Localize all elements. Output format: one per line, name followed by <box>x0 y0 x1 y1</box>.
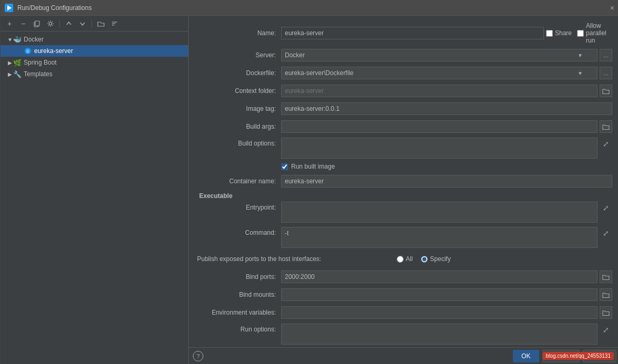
svg-point-4 <box>49 22 52 25</box>
share-checkbox[interactable] <box>546 30 553 37</box>
build-args-row: Build args: <box>197 120 612 133</box>
name-input[interactable] <box>281 27 544 39</box>
context-folder-browse-button[interactable] <box>600 85 612 97</box>
bind-mounts-field-wrapper <box>281 288 612 301</box>
allow-parallel-checkbox[interactable] <box>577 30 584 37</box>
remove-button[interactable]: − <box>17 18 29 29</box>
server-field-wrapper: Docker ▼ ... <box>281 49 612 61</box>
run-built-row: Run built image <box>281 163 612 170</box>
tree-templates-group[interactable]: ▶ 🔧 Templates <box>1 68 188 80</box>
entrypoint-row: Entrypoint: ⤢ <box>197 202 612 223</box>
command-row: Command: -t ⤢ <box>197 227 612 248</box>
command-expand-button[interactable]: ⤢ <box>600 227 612 240</box>
entrypoint-label: Entrypoint: <box>197 202 281 211</box>
run-built-image-label: Run built image <box>291 163 335 170</box>
server-select[interactable]: Docker <box>281 49 598 61</box>
context-folder-label: Context folder: <box>197 87 281 95</box>
dialog-wrapper: Run/Debug Configurations × + − <box>1 0 618 364</box>
tree-eureka-server[interactable]: D eureka-server <box>1 45 188 57</box>
container-name-input[interactable] <box>281 175 612 188</box>
bind-mounts-browse-button[interactable] <box>600 288 612 301</box>
run-options-expand-button[interactable]: ⤢ <box>600 324 612 336</box>
run-options-row: Run options: ⤢ <box>197 324 612 345</box>
dockerfile-select-wrapper: eureka-server\Dockerfile ▼ <box>281 67 598 79</box>
dockerfile-field-wrapper: eureka-server\Dockerfile ▼ ... <box>281 67 612 79</box>
run-options-field-wrapper: ⤢ <box>281 324 612 345</box>
entrypoint-textarea[interactable] <box>281 202 598 223</box>
down-icon <box>79 20 86 27</box>
ok-button[interactable]: OK <box>513 350 539 362</box>
up-button[interactable] <box>63 18 75 29</box>
tree-spring-boot-group[interactable]: ▶ 🌿 Spring Boot <box>1 57 188 68</box>
toolbar-separator-2 <box>91 19 92 28</box>
spring-arrow: ▶ <box>7 60 13 66</box>
image-tag-label: Image tag: <box>197 105 281 112</box>
close-button[interactable]: × <box>608 4 616 12</box>
dockerfile-select[interactable]: eureka-server\Dockerfile <box>281 67 598 79</box>
dockerfile-browse-button[interactable]: ... <box>600 67 612 79</box>
bind-ports-browse-button[interactable] <box>600 271 612 283</box>
entrypoint-expand-button[interactable]: ⤢ <box>600 202 612 214</box>
image-tag-input[interactable] <box>281 102 612 115</box>
env-vars-browse-button[interactable] <box>600 306 612 319</box>
entrypoint-field-wrapper: ⤢ <box>281 202 612 223</box>
name-row: Name: Share Allow parallel run <box>197 22 612 44</box>
bind-mounts-input[interactable] <box>281 288 598 301</box>
allow-parallel-checkbox-label[interactable]: Allow parallel run <box>577 22 612 44</box>
radio-all-label[interactable]: All <box>397 255 413 263</box>
right-panel: Name: Share Allow parallel run <box>189 16 618 364</box>
tree-docker-group[interactable]: ▼ 🐳 Docker <box>1 34 188 45</box>
server-browse-button[interactable]: ... <box>600 49 612 61</box>
left-panel: + − <box>1 16 189 364</box>
folder-button[interactable] <box>95 18 107 29</box>
config-button[interactable] <box>45 18 56 29</box>
image-tag-row: Image tag: <box>197 102 612 116</box>
container-name-label: Container name: <box>197 178 281 185</box>
run-options-textarea[interactable] <box>281 324 598 345</box>
bind-ports-row: Bind ports: <box>197 270 612 284</box>
name-label: Name: <box>197 29 281 37</box>
radio-options: All Specify <box>397 255 451 263</box>
share-checkbox-label[interactable]: Share <box>546 29 572 37</box>
command-field-wrapper: -t ⤢ <box>281 227 612 248</box>
add-button[interactable]: + <box>4 18 15 29</box>
build-args-browse-button[interactable] <box>600 120 612 133</box>
docker-icon: 🐳 <box>13 35 22 44</box>
build-args-field-wrapper <box>281 120 612 133</box>
watermark: blog.csdn.net/qq_24553131 <box>543 352 614 360</box>
name-field-wrapper: Share Allow parallel run <box>281 22 612 44</box>
build-options-expand-button[interactable]: ⤢ <box>600 138 612 150</box>
copy-button[interactable] <box>31 18 43 29</box>
executable-section-title: Executable <box>199 192 612 200</box>
env-vars-row: Environment variables: <box>197 306 612 319</box>
dialog-title: Run/Debug Configurations <box>17 4 604 12</box>
context-folder-input[interactable] <box>281 85 598 97</box>
sort-button[interactable] <box>109 18 120 29</box>
bind-ports-input[interactable] <box>281 271 598 283</box>
command-textarea[interactable]: -t <box>281 227 598 248</box>
docker-arrow: ▼ <box>7 37 13 43</box>
dockerfile-label: Dockerfile: <box>197 69 281 77</box>
spring-boot-label: Spring Boot <box>24 59 57 66</box>
radio-specify[interactable] <box>421 256 428 263</box>
toolbar-separator <box>59 19 60 28</box>
build-args-input[interactable] <box>281 120 598 133</box>
templates-arrow: ▶ <box>7 71 13 77</box>
env-vars-input[interactable] <box>281 306 598 319</box>
build-args-browse-icon <box>602 123 610 130</box>
radio-all[interactable] <box>397 256 404 263</box>
publish-ports-row: Publish exposed ports to the host interf… <box>197 252 612 266</box>
env-vars-field-wrapper <box>281 306 612 319</box>
run-built-image-checkbox[interactable] <box>281 163 288 170</box>
help-button[interactable]: ? <box>193 351 203 361</box>
build-options-label: Build options: <box>197 138 281 147</box>
templates-label: Templates <box>24 70 53 78</box>
bind-mounts-browse-icon <box>602 291 610 298</box>
folder-icon <box>97 20 105 27</box>
copy-icon <box>33 20 40 27</box>
sort-icon <box>111 20 118 27</box>
build-options-textarea[interactable] <box>281 138 598 159</box>
form-area: Name: Share Allow parallel run <box>189 16 618 347</box>
radio-specify-label[interactable]: Specify <box>421 255 450 263</box>
down-button[interactable] <box>77 18 88 29</box>
